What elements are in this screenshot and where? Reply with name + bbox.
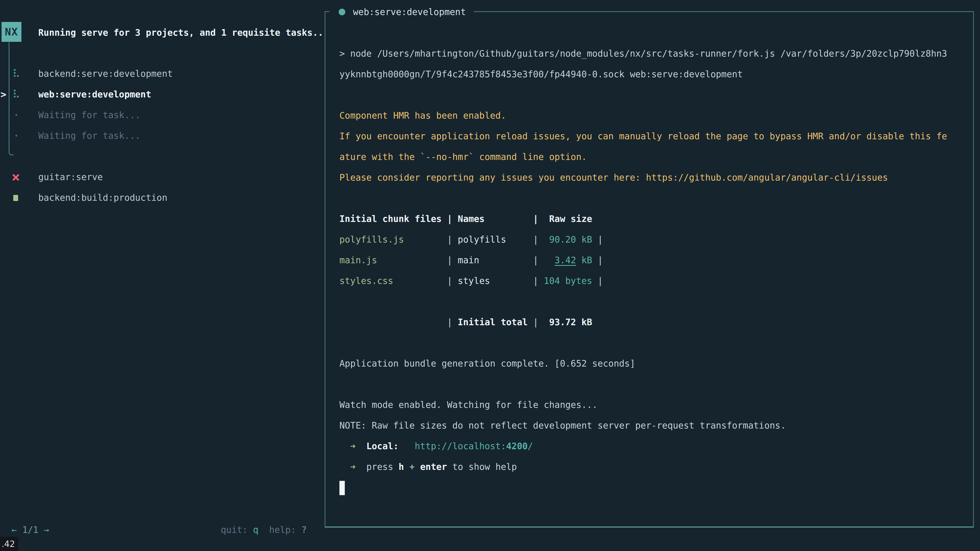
terminal-output: > node /Users/mhartington/Github/guitars… [325, 12, 973, 498]
success-square-icon [13, 195, 18, 201]
hint-label: quit: [221, 525, 253, 535]
waiting-dot-icon: · [11, 125, 21, 146]
task-output-panel: web:serve:development > node /Users/mhar… [325, 11, 974, 527]
task-label: web:serve:development [38, 84, 151, 105]
task-label: backend:build:production [38, 187, 167, 208]
task-row[interactable]: ·Waiting for task... [0, 125, 318, 146]
task-row[interactable]: >⠧web:serve:development [0, 84, 318, 105]
task-row[interactable]: ·Waiting for task... [0, 105, 318, 125]
terminal-line: ➜ Local: http://localhost:4200/ [339, 436, 968, 457]
terminal-line [339, 188, 968, 209]
hint-key: ? [301, 525, 307, 535]
waiting-dot-icon: · [11, 105, 21, 125]
terminal-line: Please consider reporting any issues you… [339, 167, 968, 188]
terminal-line: Component HMR has been enabled. [339, 105, 968, 126]
task-row[interactable]: guitar:serve [0, 167, 318, 187]
pager-page-indicator: 1/1 [17, 525, 44, 535]
pager-prev-icon[interactable]: ← [11, 525, 17, 535]
terminal-line [339, 374, 968, 395]
task-label: Waiting for task... [38, 105, 140, 125]
keyboard-hints: quit: q help: ? [221, 519, 307, 540]
terminal-line: yyknnbtgh0000gn/T/9f4c243785f8453e3f00/f… [339, 64, 968, 85]
terminal-line: Watch mode enabled. Watching for file ch… [339, 395, 968, 415]
terminal-line: | Initial total | 93.72 kB [339, 312, 968, 333]
spinner-icon: ⠧ [11, 64, 21, 84]
terminal-line: polyfills.js | polyfills | 90.20 kB | [339, 229, 968, 250]
text-cursor [339, 481, 345, 495]
pager-next-icon[interactable]: → [44, 525, 49, 535]
hint-label: help: [259, 525, 302, 535]
terminal-line: ature with the `--no-hmr` command line o… [339, 147, 968, 167]
nx-logo-badge: NX [2, 22, 21, 42]
task-row[interactable]: ⠧backend:serve:development [0, 64, 318, 84]
task-label: backend:serve:development [38, 64, 173, 84]
terminal-line: styles.css | styles | 104 bytes | [339, 271, 968, 291]
terminal-line [339, 477, 968, 498]
keystroke-overlay: .42 [0, 537, 18, 551]
terminal-line [339, 291, 968, 312]
sidebar-title: Running serve for 3 projects, and 1 requ… [38, 22, 323, 43]
terminal-line: ➜ press h + enter to show help [339, 457, 968, 477]
selected-chevron-icon: > [0, 84, 6, 105]
hint-key: q [253, 525, 258, 535]
task-row[interactable]: backend:build:production [0, 187, 318, 208]
terminal-line: > node /Users/mhartington/Github/guitars… [339, 43, 968, 64]
task-label: guitar:serve [38, 167, 103, 187]
terminal-line [339, 85, 968, 105]
terminal-line [339, 333, 968, 353]
spinner-icon: ⠧ [11, 84, 21, 105]
terminal-line: Initial chunk files | Names | Raw size [339, 209, 968, 229]
terminal-line: NOTE: Raw file sizes do not reflect deve… [339, 415, 968, 436]
failed-cross-icon [12, 173, 20, 181]
task-label: Waiting for task... [38, 125, 140, 146]
terminal-line: If you encounter application reload issu… [339, 126, 968, 147]
terminal-screen: NX Running serve for 3 projects, and 1 r… [0, 0, 980, 551]
terminal-line: Application bundle generation complete. … [339, 353, 968, 374]
terminal-line: main.js | main | 3.42 kB | [339, 250, 968, 271]
